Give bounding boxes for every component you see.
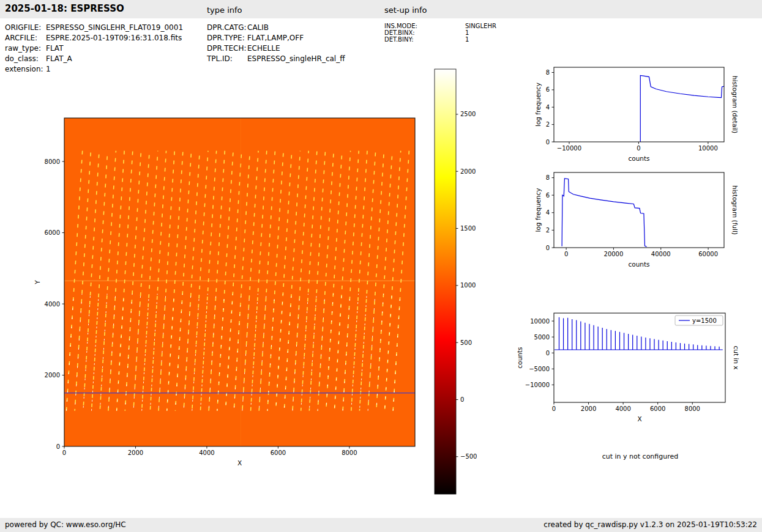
svg-text:Y: Y xyxy=(34,280,41,285)
svg-text:counts: counts xyxy=(628,155,649,162)
svg-text:log frequency: log frequency xyxy=(534,188,542,232)
svg-text:−5000: −5000 xyxy=(529,366,550,372)
det-biny-value: 1 xyxy=(465,36,469,43)
det-binx-value: 1 xyxy=(465,29,469,36)
setup-info-row: INS.MODE:SINGLEHR xyxy=(384,23,496,29)
file-info-row: do_class:FLAT_A xyxy=(5,54,183,64)
dpr-tech-label: DPR.TECH: xyxy=(207,43,247,54)
svg-text:8: 8 xyxy=(546,174,550,181)
file-info-row: ORIGFILE:ESPRESSO_SINGLEHR_FLAT019_0001 xyxy=(5,23,183,33)
svg-text:−10000: −10000 xyxy=(557,145,581,152)
footer-created-by: created by qc_rawdisp.py v1.2.3 on 2025-… xyxy=(543,520,757,529)
setup-info-heading: set-up info xyxy=(384,6,427,15)
cut-y-note: cut in y not configured xyxy=(554,453,727,460)
svg-text:cut in x: cut in x xyxy=(733,345,740,369)
extension-label: extension: xyxy=(5,64,46,75)
svg-text:−10000: −10000 xyxy=(525,382,550,388)
type-info-row: DPR.TECH:ECHELLE xyxy=(207,43,345,54)
svg-text:y=1500: y=1500 xyxy=(692,317,717,324)
origfile-label: ORIGFILE: xyxy=(5,23,46,33)
setup-info-row: DET.BINY:1 xyxy=(384,36,496,43)
arcfile-value: ESPRE.2025-01-19T09:16:31.018.fits xyxy=(46,33,182,43)
raw-type-value: FLAT xyxy=(46,43,63,54)
ins-mode-value: SINGLEHR xyxy=(465,23,496,29)
svg-text:2: 2 xyxy=(546,121,550,128)
svg-text:0: 0 xyxy=(564,251,568,257)
svg-text:8: 8 xyxy=(546,69,550,76)
dpr-catg-value: CALIB xyxy=(247,23,269,33)
svg-text:10000: 10000 xyxy=(530,318,550,325)
page-title: 2025-01-18: ESPRESSO xyxy=(5,3,124,14)
cut-x: 020004000600080001000050000−5000−10000Xc… xyxy=(516,313,740,423)
tpl-id-value: ESPRESSO_singleHR_cal_ff xyxy=(247,54,345,64)
svg-text:1500: 1500 xyxy=(460,225,476,232)
svg-text:2500: 2500 xyxy=(460,111,476,117)
svg-text:10000: 10000 xyxy=(698,145,718,152)
svg-text:20000: 20000 xyxy=(604,251,624,257)
svg-text:4: 4 xyxy=(546,104,550,111)
setup-info-block: INS.MODE:SINGLEHR DET.BINX:1 DET.BINY:1 xyxy=(384,23,496,43)
svg-text:4000: 4000 xyxy=(45,301,60,308)
svg-text:0: 0 xyxy=(56,443,60,450)
type-info-row: TPL.ID:ESPRESSO_singleHR_cal_ff xyxy=(207,54,345,64)
type-info-heading: type info xyxy=(207,6,242,15)
svg-text:8000: 8000 xyxy=(342,449,357,456)
dpr-type-value: FLAT,LAMP,OFF xyxy=(247,33,304,43)
tpl-id-label: TPL.ID: xyxy=(207,54,247,64)
svg-text:−500: −500 xyxy=(460,453,477,460)
file-info-row: ARCFILE:ESPRE.2025-01-19T09:16:31.018.fi… xyxy=(5,33,183,43)
file-info-row: extension:1 xyxy=(5,64,183,75)
do-class-value: FLAT_A xyxy=(46,54,72,64)
dpr-type-label: DPR.TYPE: xyxy=(207,33,247,43)
svg-text:5000: 5000 xyxy=(534,334,550,341)
svg-text:6000: 6000 xyxy=(45,229,60,236)
svg-text:2000: 2000 xyxy=(460,168,476,175)
svg-text:2000: 2000 xyxy=(581,405,596,412)
svg-text:0: 0 xyxy=(62,449,66,456)
setup-info-row: DET.BINX:1 xyxy=(384,29,496,36)
origfile-value: ESPRESSO_SINGLEHR_FLAT019_0001 xyxy=(46,23,183,33)
do-class-label: do_class: xyxy=(5,54,46,64)
svg-text:0: 0 xyxy=(546,139,550,146)
svg-text:8000: 8000 xyxy=(685,405,700,412)
svg-text:6: 6 xyxy=(546,192,550,199)
det-binx-label: DET.BINX: xyxy=(384,29,465,36)
svg-text:0: 0 xyxy=(460,396,464,403)
svg-text:6: 6 xyxy=(546,86,550,93)
svg-text:4: 4 xyxy=(546,209,550,216)
svg-text:0: 0 xyxy=(552,405,556,412)
svg-text:histogram (full): histogram (full) xyxy=(731,185,739,235)
svg-text:0: 0 xyxy=(546,350,550,357)
svg-text:counts: counts xyxy=(628,260,649,268)
svg-text:4000: 4000 xyxy=(199,449,214,456)
svg-text:counts: counts xyxy=(516,347,523,368)
det-biny-label: DET.BINY: xyxy=(384,36,465,43)
dpr-tech-value: ECHELLE xyxy=(247,43,280,54)
svg-text:histogram (detail): histogram (detail) xyxy=(731,76,739,133)
header-bar: 2025-01-18: ESPRESSO type info set-up in… xyxy=(0,0,762,18)
svg-text:2000: 2000 xyxy=(45,372,60,379)
svg-text:X: X xyxy=(637,415,641,423)
svg-text:1000: 1000 xyxy=(460,282,476,289)
dpr-catg-label: DPR.CATG: xyxy=(207,23,247,33)
svg-text:4000: 4000 xyxy=(615,405,630,412)
svg-text:60000: 60000 xyxy=(698,251,718,257)
svg-text:8000: 8000 xyxy=(45,158,60,165)
type-info-row: DPR.TYPE:FLAT,LAMP,OFF xyxy=(207,33,345,43)
svg-text:log frequency: log frequency xyxy=(534,83,542,127)
svg-text:6000: 6000 xyxy=(650,405,665,412)
type-info-block: DPR.CATG:CALIB DPR.TYPE:FLAT,LAMP,OFF DP… xyxy=(207,23,345,64)
arcfile-label: ARCFILE: xyxy=(5,33,46,43)
colorbar: 25002000150010005000−500 xyxy=(435,69,477,494)
svg-text:40000: 40000 xyxy=(651,251,671,257)
raw-image: 0200040006000800002000400060008000XY xyxy=(34,118,415,467)
footer-powered-by: powered by QC: www.eso.org/HC xyxy=(5,520,126,529)
svg-text:2000: 2000 xyxy=(128,449,143,456)
svg-text:500: 500 xyxy=(460,339,472,346)
svg-text:6000: 6000 xyxy=(271,449,286,456)
svg-text:X: X xyxy=(237,459,242,467)
file-info-row: raw_type:FLAT xyxy=(5,43,183,54)
extension-value: 1 xyxy=(46,64,51,75)
svg-text:2: 2 xyxy=(546,227,550,234)
hist-detail: −1000001000002468countslog frequencyhist… xyxy=(534,67,739,162)
